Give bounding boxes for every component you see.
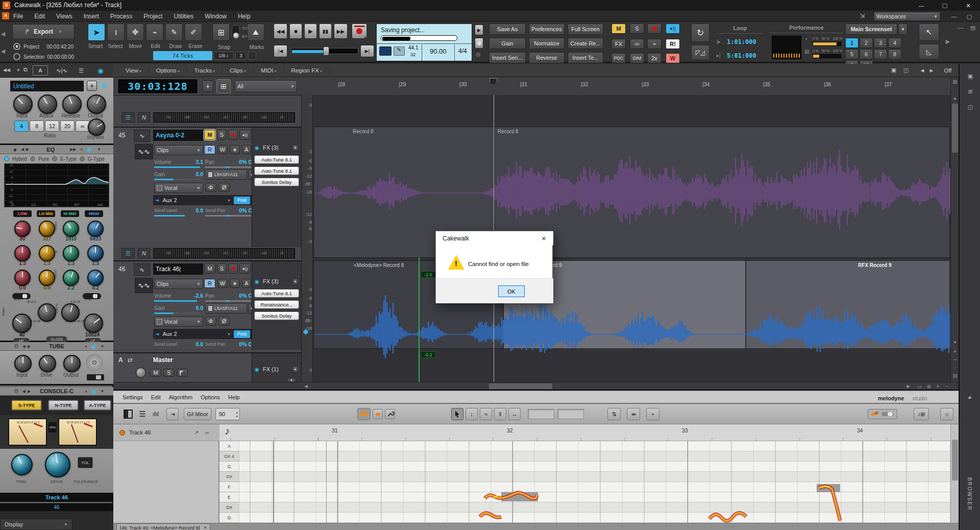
lane-n-icon-2[interactable]: N [138, 248, 150, 258]
mdi-minimize-icon[interactable]: — [947, 12, 961, 21]
track-45-send-pan[interactable]: Send Pan0% C [205, 206, 252, 214]
quantize-time-button[interactable]: ⇹ [627, 408, 640, 420]
high-freq-knob[interactable] [87, 221, 104, 237]
now-time-display[interactable]: 30:03:128 [117, 79, 198, 94]
track-45-category-dropdown[interactable]: Vocal▼ [154, 183, 203, 193]
maximize-button[interactable]: ▢ [933, 0, 957, 11]
tool-select-button[interactable]: I [107, 23, 125, 41]
track-46-echo-button[interactable]: ●)) [239, 263, 251, 274]
vscroll-down-icon[interactable]: ▼ [951, 339, 959, 346]
tab-prochannel-icon[interactable]: ◉ [92, 65, 109, 76]
cb-mini2-icon[interactable]: ▤ [968, 24, 978, 31]
track-45-send-row[interactable]: ➜ Aux 2 ▼ Post [153, 195, 252, 205]
solo-all-button[interactable]: S [630, 23, 644, 34]
screenset-number-4[interactable]: 5 [845, 49, 859, 59]
trackview-menu-5[interactable]: Region FX [291, 67, 330, 74]
fx-power-icon[interactable]: ◉ [255, 145, 259, 151]
loop-region-button[interactable]: ◸◿ [691, 45, 709, 60]
track-45-name-field[interactable]: Акула 0-2 [153, 130, 203, 141]
melodyne-track-row[interactable]: Track 46 ↗ ∞ [113, 424, 219, 441]
fx-power-icon[interactable]: ◉ [255, 367, 259, 372]
minimize-button[interactable]: — [910, 0, 933, 11]
display-dropdown[interactable]: Display ▼ [0, 519, 72, 530]
screenset-dropdown[interactable]: Main Screenset [845, 23, 897, 35]
track-45-fx-add[interactable]: + [292, 144, 299, 151]
track-46-gain[interactable]: Gain0.0 [154, 303, 203, 312]
ok-button[interactable]: OK [498, 285, 525, 297]
bus-swap-icon[interactable]: ⇄ [128, 356, 133, 364]
status-record-icon[interactable] [475, 38, 483, 49]
track-46-auto-button[interactable]: A [242, 279, 251, 288]
melodyne-menu-options[interactable]: Options [201, 394, 220, 400]
track-46-header[interactable]: 46 ∿ Track 46| M S ●)) -2.6 ▲▼ ∿∿ Clips▼… [113, 260, 301, 349]
track-link-icon[interactable]: ∞ [205, 429, 209, 436]
create-reverse-button[interactable]: Create Re... [568, 38, 603, 49]
blob-view-toggle[interactable] [868, 409, 897, 419]
fx-global-button[interactable]: FX [611, 39, 626, 49]
melodyne-ruler[interactable]: ♪ 31323334 ♪ [219, 424, 950, 441]
eq-type-etype[interactable]: E-Type [60, 156, 77, 162]
hp-slope-knob[interactable] [38, 303, 56, 322]
menu-item-7[interactable]: Window [205, 13, 227, 20]
track-46-write-button[interactable]: W [217, 279, 228, 288]
eq-type-hybrid-radio[interactable] [4, 156, 9, 161]
cb-mini1-icon[interactable]: — [955, 24, 966, 31]
hscroll-left-icon[interactable]: ◀ [302, 382, 310, 390]
add-track-button[interactable]: + [202, 81, 213, 92]
w-button[interactable]: W [666, 53, 680, 63]
track-45-arm-button[interactable] [228, 130, 238, 140]
trackview-menu-2[interactable]: Tracks [194, 67, 223, 74]
insert-series-button[interactable]: Insert Seri... [489, 52, 526, 63]
track-45-auto-button[interactable]: A [242, 145, 251, 154]
track-45-gain[interactable]: Gain0.0 [154, 170, 203, 179]
autoscroll-button[interactable]: ⇥ [166, 408, 179, 420]
value-box-1[interactable] [528, 409, 554, 419]
dock-tab[interactable]: [46: Track 46: <Melodyne> Record 9] × [116, 523, 210, 530]
track-46-volume[interactable]: Volume-2.6 [154, 291, 203, 300]
track-45-send-pan-bar[interactable] [205, 215, 251, 216]
band-high-button[interactable]: HIGH [85, 210, 103, 217]
track-46-fx-slot-1[interactable]: Auto-Tune 8.1 [254, 289, 299, 298]
melodyne-vscroll-thumb[interactable] [952, 440, 958, 480]
clip-record8-2[interactable]: Record 8 [494, 127, 950, 258]
low-level-knob[interactable] [14, 270, 31, 286]
lomid-freq-knob[interactable] [39, 221, 55, 237]
tol-button[interactable]: TOL [78, 457, 93, 468]
eq-next-icon[interactable]: ▶ [26, 147, 29, 152]
master-solo-button[interactable]: S [163, 369, 175, 377]
track-45-write-button[interactable]: W [217, 145, 228, 154]
screenset-chevron[interactable]: ▼ [898, 23, 908, 35]
track-45-send-level-bar[interactable] [154, 215, 185, 216]
mute-all-button[interactable]: M [611, 23, 626, 34]
menu-item-1[interactable]: Edit [34, 13, 45, 20]
clip-rfx-record9[interactable]: RFX Record 9 [746, 260, 950, 349]
track-45-phase-button[interactable]: Φ [205, 183, 216, 192]
atype-button[interactable]: A-TYPE [84, 400, 111, 411]
grid-icon[interactable]: ◫ [900, 64, 912, 77]
menu-item-4[interactable]: Process [110, 13, 132, 20]
track-46-output-button[interactable]: LftASFrA11 [205, 303, 247, 314]
close-button[interactable]: × [957, 0, 980, 11]
track-46-category-dropdown[interactable]: Vocal▼ [154, 317, 203, 327]
drywet-knob[interactable] [88, 118, 105, 136]
undo-history-button[interactable]: ↖ [919, 23, 939, 41]
fast-forward-button[interactable]: ▶▶ [334, 23, 348, 39]
vzoom-in-icon[interactable]: + [951, 348, 959, 355]
track-45-pan-bar[interactable] [205, 166, 251, 168]
collapse-left2-icon[interactable]: ◀ [0, 43, 6, 59]
zoom-grid-icon[interactable]: ⊞ [925, 382, 933, 390]
position-handle[interactable] [323, 46, 329, 56]
separate-button[interactable]: ÷ [646, 408, 659, 420]
vzoom-plus-icon[interactable]: ⊞ [951, 78, 959, 85]
note-grid-button[interactable]: ♪⊞ [914, 408, 929, 420]
export-project-row[interactable]: Project 00:03:42:20 [13, 43, 74, 50]
amplitude-tool-button[interactable]: ‖ [494, 408, 506, 420]
hscroll-thumb[interactable] [489, 383, 552, 389]
post-button[interactable]: Post [234, 197, 250, 204]
hscroll-right-icon[interactable]: ▶ [904, 382, 912, 390]
ntype-button[interactable]: N-TYPE [48, 400, 79, 411]
redo-button[interactable]: ◺ [919, 44, 939, 59]
band-lomid-button[interactable]: LO MID [37, 210, 55, 217]
track-46-read-button[interactable]: R [204, 279, 215, 288]
pause-button[interactable]: ▮▮ [319, 23, 332, 39]
